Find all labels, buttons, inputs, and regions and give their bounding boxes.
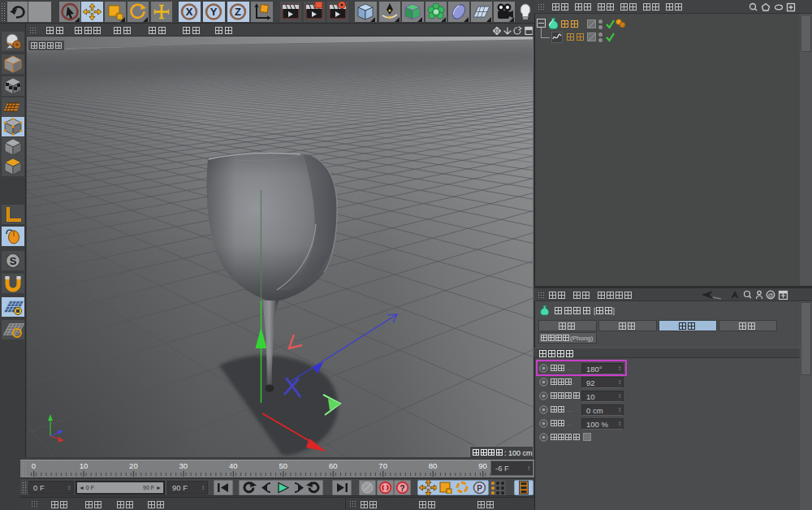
svg-text:P: P xyxy=(477,484,482,493)
svg-text:0: 0 xyxy=(32,461,36,470)
svg-text:@: @ xyxy=(767,292,773,298)
svg-text:Y: Y xyxy=(210,6,218,18)
svg-text:50: 50 xyxy=(279,461,287,470)
svg-text:30: 30 xyxy=(179,461,188,470)
svg-text:60: 60 xyxy=(329,461,338,470)
svg-text:Z: Z xyxy=(235,6,241,18)
svg-text:S: S xyxy=(10,255,17,267)
svg-text:?: ? xyxy=(400,484,404,493)
svg-text:70: 70 xyxy=(378,461,387,470)
svg-text:10: 10 xyxy=(80,461,89,470)
svg-text:90: 90 xyxy=(478,461,487,470)
svg-text:20: 20 xyxy=(129,461,138,470)
svg-text:X: X xyxy=(186,6,193,18)
svg-text:40: 40 xyxy=(229,461,238,470)
svg-text:80: 80 xyxy=(429,461,438,470)
